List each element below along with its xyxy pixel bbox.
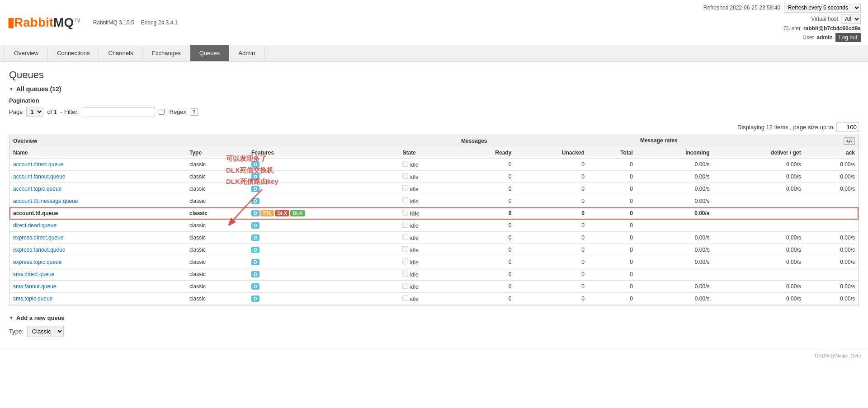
queue-unacked: 0 — [515, 195, 588, 207]
queue-name[interactable]: sms.topic.queue — [9, 293, 186, 305]
toggle-columns-button[interactable]: +/- — [844, 137, 855, 145]
queue-type: classic — [186, 159, 248, 171]
queue-ready: 0 — [458, 232, 515, 244]
main-relative: Queues ▼ All queues (12) Pagination Page… — [9, 69, 859, 337]
feature-badge-dlk[interactable]: DLK — [290, 210, 305, 216]
page-select[interactable]: 1 — [26, 107, 43, 117]
feature-badge-d[interactable]: D — [251, 222, 259, 229]
queue-name[interactable]: direct.dead.queue — [9, 220, 186, 232]
feature-badge-ttl[interactable]: TTL — [260, 210, 274, 216]
feature-badge-d[interactable]: D — [251, 186, 259, 192]
state-checkbox — [402, 271, 408, 277]
table-row[interactable]: direct.dead.queueclassicD idle000 — [9, 220, 859, 232]
table-row[interactable]: express.fanout.queueclassicD idle0000.00… — [9, 244, 859, 256]
table-row[interactable]: express.direct.queueclassicD idle0000.00… — [9, 232, 859, 244]
nav: Overview Connections Channels Exchanges … — [0, 45, 868, 62]
table-row[interactable]: sms.topic.queueclassicD idle0000.00/s0.0… — [9, 293, 859, 305]
state-checkbox — [402, 234, 408, 240]
queue-state: idle — [399, 159, 458, 171]
queue-unacked: 0 — [515, 171, 588, 183]
queue-state: idle — [399, 244, 458, 256]
table-row[interactable]: account.fanout.queueclassicD idle0000.00… — [9, 171, 859, 183]
nav-connections[interactable]: Connections — [48, 45, 99, 61]
logout-button[interactable]: Log out — [835, 33, 861, 42]
queue-type: classic — [186, 293, 248, 305]
feature-badge-d[interactable]: D — [251, 161, 259, 168]
feature-badge-d[interactable]: D — [251, 234, 259, 241]
page-size-input[interactable] — [836, 122, 859, 132]
queue-total: 0 — [588, 183, 637, 195]
queue-name[interactable]: account.ttl.message.queue — [9, 195, 186, 207]
nav-queues[interactable]: Queues — [190, 45, 230, 61]
pagination-label: Pagination — [9, 97, 859, 104]
feature-badge-d[interactable]: D — [251, 295, 259, 302]
queue-ack — [805, 268, 859, 281]
queue-state: idle — [399, 232, 458, 244]
queue-total: 0 — [588, 195, 637, 207]
add-queue-title[interactable]: ▼ Add a new queue — [9, 314, 859, 321]
col-unacked: Unacked — [515, 147, 588, 159]
queue-ready: 0 — [458, 159, 515, 171]
feature-badge-d[interactable]: D — [251, 283, 259, 290]
regex-checkbox[interactable] — [159, 109, 165, 115]
table-row[interactable]: account.topic.queueclassicD idle0000.00/… — [9, 183, 859, 195]
queue-name[interactable]: account.direct.queue — [9, 159, 186, 171]
vhost-select[interactable]: All / — [841, 14, 861, 24]
col-state: State — [399, 147, 458, 159]
pagination-controls: Page 1 of 1 - Filter: Regex ? — [9, 107, 859, 117]
feature-badge-d[interactable]: D — [251, 259, 259, 265]
queue-ack: 0.00/s — [805, 171, 859, 183]
queue-type: classic — [186, 183, 248, 195]
nav-admin[interactable]: Admin — [229, 45, 264, 61]
queue-state: idle — [399, 220, 458, 232]
col-features: Features — [248, 147, 399, 159]
messages-header: Messages — [458, 135, 637, 147]
refresh-select[interactable]: Refresh every 5 seconds Refresh every 10… — [784, 3, 861, 13]
table-row[interactable]: account.direct.queueclassicD idle0000.00… — [9, 159, 859, 171]
queue-unacked: 0 — [515, 159, 588, 171]
queue-features: D — [248, 256, 399, 268]
feature-badge-d[interactable]: D — [251, 247, 259, 253]
table-row[interactable]: sms.fanout.queueclassicD idle0000.00/s0.… — [9, 281, 859, 293]
queue-name[interactable]: sms.direct.queue — [9, 268, 186, 281]
state-text: idle — [408, 272, 418, 278]
queue-unacked: 0 — [515, 244, 588, 256]
queue-total: 0 — [588, 220, 637, 232]
filter-input[interactable] — [83, 107, 155, 117]
feature-badge-dlx[interactable]: DLX — [275, 210, 289, 216]
queue-name[interactable]: account.ttl.queue — [9, 207, 186, 220]
displaying-label: Displaying 12 items , page size up to: — [737, 124, 835, 131]
help-icon[interactable]: ? — [190, 108, 198, 116]
feature-badge-d[interactable]: D — [251, 198, 259, 204]
all-queues-title[interactable]: ▼ All queues (12) — [9, 85, 859, 93]
queue-total: 0 — [588, 268, 637, 281]
nav-overview[interactable]: Overview — [5, 45, 48, 61]
state-text: idle — [408, 235, 418, 241]
queue-name[interactable]: sms.fanout.queue — [9, 281, 186, 293]
queue-tbody: account.direct.queueclassicD idle0000.00… — [9, 159, 859, 305]
queue-type: classic — [186, 244, 248, 256]
nav-channels[interactable]: Channels — [99, 45, 142, 61]
queue-ready: 0 — [458, 244, 515, 256]
table-row[interactable]: sms.direct.queueclassicD idle000 — [9, 268, 859, 281]
table-row[interactable]: express.topic.queueclassicD idle0000.00/… — [9, 256, 859, 268]
feature-badge-d[interactable]: D — [251, 271, 259, 277]
queue-name[interactable]: express.fanout.queue — [9, 244, 186, 256]
queue-incoming: 0.00/s — [637, 195, 713, 207]
state-checkbox — [402, 185, 408, 191]
nav-exchanges[interactable]: Exchanges — [142, 45, 190, 61]
queue-ack: 0.00/s — [805, 232, 859, 244]
table-row[interactable]: account.ttl.queueclassicDTTLDLXDLK idle0… — [9, 207, 859, 220]
queue-name[interactable]: account.fanout.queue — [9, 171, 186, 183]
queue-name[interactable]: account.topic.queue — [9, 183, 186, 195]
queue-state: idle — [399, 207, 458, 220]
table-row[interactable]: account.ttl.message.queueclassicD idle00… — [9, 195, 859, 207]
feature-badge-d[interactable]: D — [251, 174, 259, 180]
add-queue-label: Add a new queue — [16, 314, 65, 321]
type-select[interactable]: Classic Quorum Stream — [27, 326, 64, 337]
queue-name[interactable]: express.direct.queue — [9, 232, 186, 244]
queue-name[interactable]: express.topic.queue — [9, 256, 186, 268]
queue-deliver-get: 0.00/s — [713, 171, 805, 183]
col-ready: Ready — [458, 147, 515, 159]
feature-badge-d[interactable]: D — [251, 210, 259, 216]
